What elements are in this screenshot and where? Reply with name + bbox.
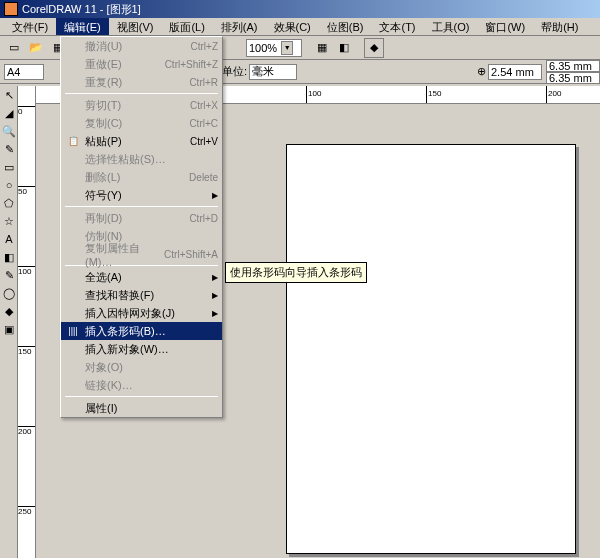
shape-tool-icon[interactable]: ◢ <box>1 105 17 121</box>
menu-item-label: 插入条形码(B)… <box>85 324 218 339</box>
menu-item: 剪切(T)Ctrl+X <box>61 96 222 114</box>
menu-5[interactable]: 效果(C) <box>266 18 319 35</box>
new-icon[interactable]: ▭ <box>4 38 24 58</box>
menu-shortcut: Ctrl+R <box>189 77 218 88</box>
submenu-arrow-icon: ▶ <box>212 273 218 282</box>
menu-item-icon <box>65 57 81 71</box>
menu-shortcut: Ctrl+Shift+A <box>164 249 218 260</box>
zoom-combo[interactable]: 100% ▼ <box>246 39 302 57</box>
options-icon[interactable]: ◧ <box>334 38 354 58</box>
menu-separator <box>65 206 218 207</box>
menu-item-label: 再制(D) <box>85 211 189 226</box>
outline-tool-icon[interactable]: ◯ <box>1 285 17 301</box>
menu-item[interactable]: 插入因特网对象(J)▶ <box>61 304 222 322</box>
menu-item-icon <box>65 211 81 225</box>
shapes-tool-icon[interactable]: ☆ <box>1 213 17 229</box>
menu-item-label: 属性(I) <box>85 401 218 416</box>
unit-field: 单位: 毫米 <box>222 64 297 80</box>
ellipse-tool-icon[interactable]: ○ <box>1 177 17 193</box>
menu-item-label: 符号(Y) <box>85 188 212 203</box>
menu-item-icon: |||| <box>65 324 81 338</box>
tooltip: 使用条形码向导插入条形码 <box>225 262 367 283</box>
menu-10[interactable]: 帮助(H) <box>533 18 586 35</box>
menu-2[interactable]: 视图(V) <box>109 18 162 35</box>
menu-7[interactable]: 文本(T) <box>371 18 423 35</box>
menu-item-label: 重复(R) <box>85 75 189 90</box>
dup-x-input[interactable]: 6.35 mm <box>546 60 600 72</box>
menu-item: 链接(K)… <box>61 376 222 394</box>
menu-shortcut: Ctrl+Z <box>191 41 219 52</box>
menu-item-icon <box>65 401 81 415</box>
open-icon[interactable]: 📂 <box>26 38 46 58</box>
menu-item: 撤消(U)Ctrl+Z <box>61 37 222 55</box>
menu-item-icon: 📋 <box>65 134 81 148</box>
menu-item[interactable]: 📋粘贴(P)Ctrl+V <box>61 132 222 150</box>
pick-tool-icon[interactable]: ↖ <box>1 87 17 103</box>
paper-size-combo[interactable]: A4 <box>4 64 44 80</box>
menu-item-label: 对象(O) <box>85 360 218 375</box>
menu-1[interactable]: 编辑(E) <box>56 18 109 35</box>
nudge-field: ⊕ 2.54 mm <box>477 64 542 80</box>
menu-item-icon <box>65 170 81 184</box>
menu-item[interactable]: 符号(Y)▶ <box>61 186 222 204</box>
menu-4[interactable]: 排列(A) <box>213 18 266 35</box>
title-bar: CorelDRAW 11 - [图形1] <box>0 0 600 18</box>
ruler-tick: 250 <box>18 506 35 516</box>
menu-item-icon <box>65 152 81 166</box>
page <box>286 144 576 554</box>
interactive-fill-tool-icon[interactable]: ▣ <box>1 321 17 337</box>
ruler-tick: 100 <box>18 266 35 276</box>
dup-y-input[interactable]: 6.35 mm <box>546 72 600 84</box>
menu-item: 复制属性自(M)…Ctrl+Shift+A <box>61 245 222 263</box>
menu-item[interactable]: 插入新对象(W)… <box>61 340 222 358</box>
menu-item-label: 插入新对象(W)… <box>85 342 218 357</box>
menu-item[interactable]: ||||插入条形码(B)… <box>61 322 222 340</box>
menu-item: 重做(E)Ctrl+Shift+Z <box>61 55 222 73</box>
menu-item-label: 选择性粘贴(S)… <box>85 152 218 167</box>
polygon-tool-icon[interactable]: ⬠ <box>1 195 17 211</box>
menu-item[interactable]: 查找和替换(F)▶ <box>61 286 222 304</box>
freehand-tool-icon[interactable]: ✎ <box>1 141 17 157</box>
menu-0[interactable]: 文件(F) <box>4 18 56 35</box>
menu-item-icon <box>65 98 81 112</box>
menu-item: 对象(O) <box>61 358 222 376</box>
ruler-tick: 100 <box>306 86 321 103</box>
menu-item-icon <box>65 39 81 53</box>
edit-menu-dropdown: 撤消(U)Ctrl+Z重做(E)Ctrl+Shift+Z重复(R)Ctrl+R剪… <box>60 36 223 418</box>
ruler-tick: 200 <box>546 86 561 103</box>
menu-item-label: 重做(E) <box>85 57 165 72</box>
menu-item-label: 查找和替换(F) <box>85 288 212 303</box>
duplicate-distance-field: 6.35 mm 6.35 mm <box>546 60 600 84</box>
nudge-input[interactable]: 2.54 mm <box>488 64 542 80</box>
menu-separator <box>65 396 218 397</box>
menu-8[interactable]: 工具(O) <box>424 18 478 35</box>
menu-item: 复制(C)Ctrl+C <box>61 114 222 132</box>
chevron-down-icon: ▼ <box>281 41 293 55</box>
zoom-tool-icon[interactable]: 🔍 <box>1 123 17 139</box>
menu-item-icon <box>65 360 81 374</box>
rectangle-tool-icon[interactable]: ▭ <box>1 159 17 175</box>
menu-item-icon <box>65 342 81 356</box>
eyedropper-tool-icon[interactable]: ✎ <box>1 267 17 283</box>
menu-9[interactable]: 窗口(W) <box>477 18 533 35</box>
menu-item-label: 复制(C) <box>85 116 189 131</box>
text-tool-icon[interactable]: A <box>1 231 17 247</box>
menu-item[interactable]: 属性(I) <box>61 399 222 417</box>
launch-icon[interactable]: ◆ <box>364 38 384 58</box>
menu-shortcut: Ctrl+Shift+Z <box>165 59 218 70</box>
unit-combo[interactable]: 毫米 <box>249 64 297 80</box>
menu-item[interactable]: 全选(A)▶ <box>61 268 222 286</box>
menu-item-label: 撤消(U) <box>85 39 191 54</box>
menu-item-label: 插入因特网对象(J) <box>85 306 212 321</box>
menu-6[interactable]: 位图(B) <box>319 18 372 35</box>
ruler-tick: 0 <box>18 106 35 116</box>
ruler-tick: 200 <box>18 426 35 436</box>
fill-tool-icon[interactable]: ◆ <box>1 303 17 319</box>
menu-item: 重复(R)Ctrl+R <box>61 73 222 91</box>
app-icon <box>4 2 18 16</box>
menu-item-label: 删除(L) <box>85 170 189 185</box>
snap-icon[interactable]: ▦ <box>312 38 332 58</box>
blend-tool-icon[interactable]: ◧ <box>1 249 17 265</box>
menu-3[interactable]: 版面(L) <box>161 18 212 35</box>
menu-item-label: 粘贴(P) <box>85 134 190 149</box>
